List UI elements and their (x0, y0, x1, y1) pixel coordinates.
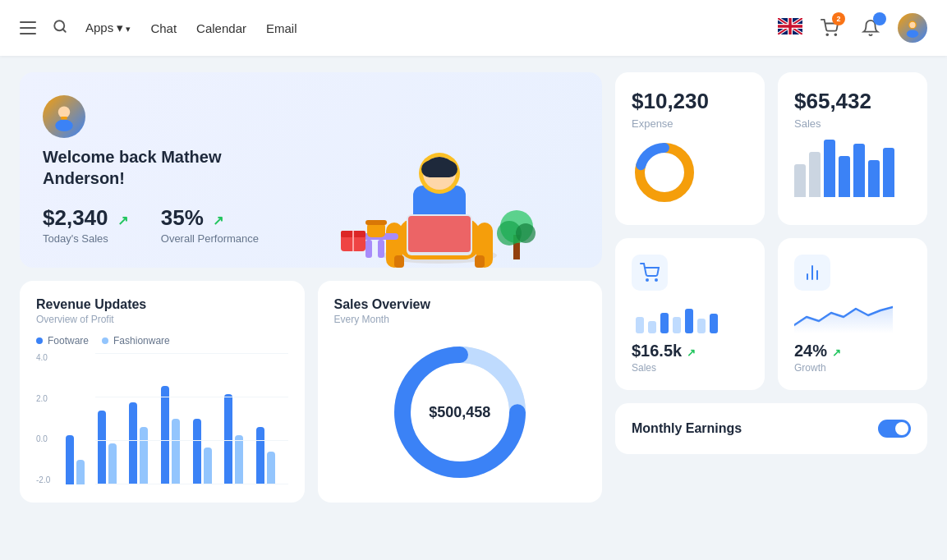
welcome-card: Welcome back Mathew Anderson! $2,340 ↗ T… (20, 72, 602, 268)
growth-sparkline (794, 301, 911, 333)
monthly-earnings-toggle[interactable] (878, 420, 911, 438)
notification-badge (873, 12, 886, 25)
sales-arrow: ↗ (117, 213, 128, 227)
sales-metric-label: Sales (632, 362, 748, 374)
performance-metric: 35% ↗ Overall Performance (161, 205, 259, 245)
search-button[interactable] (53, 19, 67, 38)
welcome-avatar (43, 95, 85, 138)
svg-rect-28 (365, 240, 372, 258)
welcome-illustration (300, 103, 579, 268)
svg-rect-15 (394, 255, 404, 268)
nav-calendar[interactable]: Calendar (195, 18, 248, 39)
svg-rect-20 (421, 161, 457, 177)
metrics-row: $2,340 ↗ Today's Sales 35% ↗ Overall Per… (43, 205, 300, 245)
svg-point-26 (516, 223, 536, 243)
svg-point-7 (909, 22, 915, 28)
welcome-title: Welcome back Mathew Anderson! (43, 146, 300, 189)
sales-stat-value: $65,432 (794, 89, 911, 114)
legend-footware: Footware (36, 335, 89, 347)
svg-rect-44 (648, 321, 656, 333)
growth-metric-label: Growth (794, 362, 911, 374)
sales-overview-card: Sales Overview Every Month $500,458 (318, 281, 603, 503)
cart-badge: 2 (832, 12, 845, 25)
sales-donut: $500,458 (386, 338, 534, 486)
nav-chat[interactable]: Chat (149, 18, 178, 39)
svg-rect-22 (408, 216, 471, 252)
revenue-legend: Footware Fashionware (36, 335, 288, 347)
svg-rect-29 (378, 240, 384, 258)
sales-metric-value: $16.5k ↗ (632, 342, 748, 360)
revenue-title: Revenue Updates (36, 297, 288, 312)
mini-bar-3 (824, 140, 835, 197)
right-column: $10,230 Expense $65,432 Sales (615, 72, 927, 503)
mini-bar-7 (883, 148, 894, 197)
svg-rect-47 (685, 309, 693, 333)
svg-rect-45 (660, 313, 669, 333)
donut-center-value: $500,458 (429, 404, 490, 421)
sales-sparkline (632, 301, 748, 333)
left-column: Welcome back Mathew Anderson! $2,340 ↗ T… (20, 72, 602, 503)
header-left: Apps ▾ Chat Calendar Email (20, 17, 778, 39)
svg-rect-16 (475, 255, 485, 268)
main-content: Welcome back Mathew Anderson! $2,340 ↗ T… (0, 56, 947, 519)
svg-point-3 (826, 34, 828, 35)
expense-card: $10,230 Expense (615, 72, 765, 225)
user-avatar[interactable] (898, 13, 927, 43)
legend-fashionware: Fashionware (102, 335, 170, 347)
expense-label: Expense (632, 117, 748, 130)
sales-metric-card: $16.5k ↗ Sales (615, 238, 765, 390)
sales-donut-container: $500,458 (334, 338, 586, 486)
svg-point-42 (655, 279, 657, 281)
monthly-earnings-card: Monthly Earnings (615, 403, 927, 454)
svg-rect-46 (673, 317, 681, 333)
growth-metric-arrow: ↗ (832, 347, 841, 359)
svg-rect-31 (365, 220, 387, 225)
y-axis: 4.02.00.0-2.0 (36, 353, 50, 484)
performance-value: 35% ↗ (161, 205, 259, 231)
today-sales-label: Today's Sales (43, 232, 128, 245)
flag-button[interactable] (778, 18, 802, 38)
svg-rect-49 (710, 314, 718, 333)
fashionware-dot (102, 337, 108, 344)
header: Apps ▾ Chat Calendar Email 2 (0, 0, 947, 56)
nav-email[interactable]: Email (264, 18, 299, 39)
expense-donut (632, 140, 748, 209)
monthly-earnings-title: Monthly Earnings (632, 421, 742, 436)
performance-label: Overall Performance (161, 232, 259, 245)
mini-bar-4 (839, 156, 850, 197)
svg-line-1 (62, 29, 65, 31)
svg-point-4 (834, 34, 836, 35)
svg-rect-43 (636, 317, 644, 333)
performance-arrow: ↗ (213, 213, 223, 227)
growth-metric-card: 24% ↗ Growth (778, 238, 927, 390)
sales-metric-arrow: ↗ (687, 347, 696, 359)
notification-button[interactable] (857, 14, 885, 42)
expense-value: $10,230 (632, 89, 748, 114)
growth-metric-icon (794, 255, 830, 291)
svg-rect-10 (61, 117, 67, 120)
sales-mini-bars (794, 140, 911, 197)
revenue-bar-chart: 4.02.00.0-2.0 (36, 353, 288, 484)
mini-bar-2 (809, 152, 821, 197)
sales-metric-icon (632, 255, 668, 291)
svg-point-41 (646, 279, 648, 281)
sales-stat-card: $65,432 Sales (778, 72, 927, 225)
svg-point-6 (907, 30, 918, 38)
header-right: 2 (778, 13, 927, 43)
footware-dot (36, 337, 43, 344)
welcome-info: Welcome back Mathew Anderson! $2,340 ↗ T… (43, 95, 300, 268)
cart-button[interactable]: 2 (816, 14, 844, 42)
svg-point-8 (58, 106, 70, 117)
middle-metrics: $16.5k ↗ Sales (615, 238, 927, 390)
sales-overview-subtitle: Every Month (334, 314, 586, 325)
nav-apps[interactable]: Apps ▾ (84, 17, 132, 39)
hamburger-menu[interactable] (20, 21, 36, 34)
sales-overview-title: Sales Overview (334, 297, 586, 312)
bottom-row: Revenue Updates Overview of Profit Footw… (20, 281, 602, 503)
growth-metric-value: 24% ↗ (794, 342, 911, 360)
mini-bar-6 (868, 160, 880, 197)
revenue-subtitle: Overview of Profit (36, 314, 288, 325)
today-sales-value: $2,340 ↗ (43, 205, 128, 231)
sales-stat-label: Sales (794, 117, 911, 130)
mini-bar-5 (853, 144, 865, 197)
